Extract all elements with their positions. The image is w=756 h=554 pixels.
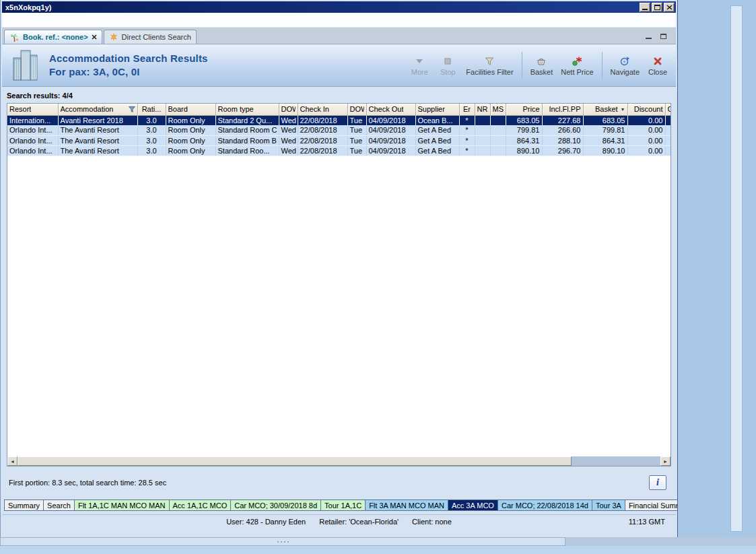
tab-direct-clients-search[interactable]: Direct Clients Search [104,30,197,44]
column-label: DOW [281,105,296,113]
statusbar-time: 11:13 GMT [629,518,665,526]
bottom-tab-acc-1a-1c-mco[interactable]: Acc 1A,1C MCO [169,499,232,511]
bottom-tab-car-mco-22-08-2018-14d[interactable]: Car MCO; 22/08/2018 14d [497,499,592,511]
page-subtitle: For pax: 3A, 0C, 0I [49,65,208,79]
cell: 04/09/2018 [366,135,415,145]
close-button[interactable]: Close [648,55,668,76]
result-row-1[interactable]: Internation...Avanti Resort 20183.0Room … [7,115,671,125]
column-header-dow[interactable]: DOW [279,104,298,115]
cell: 864.31 [506,135,542,145]
cell: The Avanti Resort [58,145,137,155]
column-header-price[interactable]: Price [506,104,542,115]
column-header-check-in[interactable]: Check In [298,104,347,115]
bottom-tab-car-mco-30-09-2018-8d[interactable]: Car MCO; 30/09/2018 8d [230,499,321,511]
cell: The Avanti Resort [58,135,137,145]
window-minimize-button[interactable] [640,3,650,12]
cell: 683.05 [583,115,627,125]
cell [475,135,490,145]
cell: 22/08/2018 [298,115,347,125]
bottom-tab-search[interactable]: Search [43,499,75,511]
scroll-left-button[interactable]: ◄ [7,456,18,466]
facilities-filter-button[interactable]: Facilities Filter [466,55,513,76]
cell: 864.31 [583,135,627,145]
outer-scroll-thumb[interactable] [0,537,565,546]
desktop-bottom-strip [0,546,756,554]
column-header-resort[interactable]: Resort [7,104,58,115]
column-header-board[interactable]: Board [166,104,215,115]
column-label: Basket [595,105,618,113]
column-label: Check In [300,105,329,113]
column-header-incl-fl-pp[interactable]: Incl.Fl.PP [542,104,583,115]
bottom-tab-tour-3a[interactable]: Tour 3A [592,499,625,511]
column-label: NR [477,105,488,113]
table-horizontal-scrollbar[interactable]: ◄ ► [7,456,671,466]
result-row-2[interactable]: Orlando Int...The Avanti Resort3.0Room O… [7,125,671,135]
cell: Room Only [166,145,215,155]
toolbar-label: More [411,68,428,76]
column-header-discount[interactable]: Discount [627,104,665,115]
bottom-tab-tour-1a-1c[interactable]: Tour 1A,1C [320,499,366,511]
scroll-track[interactable] [572,456,660,466]
nett-price-button[interactable]: Nett Price [561,55,593,76]
column-header-ms[interactable]: MS [490,104,506,115]
column-label: DOW [350,105,364,113]
column-header-nr[interactable]: NR [475,104,490,115]
stop-icon [442,55,453,67]
scroll-right-button[interactable]: ► [660,456,671,466]
scroll-thumb[interactable] [18,456,572,466]
cell: 890.10 [583,145,627,155]
cell [475,115,490,125]
column-filter-icon[interactable] [129,106,135,112]
column-header-check-out[interactable]: Check Out [366,104,415,115]
tab-label: Book. ref.: <none> [23,33,88,41]
minimize-icon [642,9,648,10]
results-count: Search results: 4/4 [7,92,73,100]
bottom-tab-flt-3a-man-mco-man[interactable]: Flt 3A MAN MCO MAN [365,499,448,511]
window-maximize-button[interactable] [652,3,662,12]
cell: 227.68 [542,115,583,125]
app-window: x5nXokpq1y) Book. [0,0,678,537]
desktop-right-area [678,0,756,537]
maximize-icon [654,5,660,10]
pane-minimize-button[interactable] [644,32,653,40]
nett-price-icon [572,55,582,67]
bottom-tab-flt-1a-1c-man-mco-man[interactable]: Flt 1A,1C MAN MCO MAN [74,499,170,511]
column-header-c[interactable]: C [665,104,671,115]
outer-vertical-scrollbar[interactable] [730,5,743,532]
column-header-dow[interactable]: DOW [347,104,366,115]
bottom-tab-summary[interactable]: Summary [4,499,44,511]
window-close-button[interactable] [664,3,675,12]
pane-restore-button[interactable] [658,32,668,40]
tab-booking-ref[interactable]: Book. ref.: <none> [4,30,102,44]
navigate-button[interactable]: Navigate [611,55,640,76]
toolbar-label: Stop [440,68,456,76]
tab-close-icon[interactable] [92,34,97,40]
bottom-tab-financial-summary[interactable]: Financial Summary [625,499,678,511]
column-header-room-type[interactable]: Room type [215,104,279,115]
cell [665,125,671,135]
cell [665,135,671,145]
column-header-rati[interactable]: Rati... [137,104,166,115]
basket-button[interactable]: Basket [530,55,553,76]
column-header-er[interactable]: Er [459,104,475,115]
cell: Get A Bed [415,145,459,155]
info-button[interactable]: i [649,475,666,490]
column-label: Er [463,105,471,113]
cell: Wed [279,115,298,125]
bottom-tab-acc-3a-mco[interactable]: Acc 3A MCO [448,499,498,511]
window-titlebar[interactable]: x5nXokpq1y) [2,1,676,13]
outer-horizontal-scrollbar[interactable] [0,537,756,546]
result-row-3[interactable]: Orlando Int...The Avanti Resort3.0Room O… [7,135,671,145]
cell: Orlando Int... [7,145,58,155]
cell: Standard Room B [215,135,279,145]
result-row-4[interactable]: Orlando Int...The Avanti Resort3.0Room O… [7,145,671,155]
cell: 3.0 [137,115,166,125]
cell: 04/09/2018 [366,115,415,125]
toolbar-separator [522,52,522,79]
column-header-accommodation[interactable]: Accommodation [58,104,137,115]
results-table: ResortAccommodationRati...BoardRoom type… [7,104,671,156]
column-header-supplier[interactable]: Supplier [415,104,459,115]
screen: x5nXokpq1y) Book. [0,0,756,554]
column-header-basket[interactable]: Basket▼ [583,104,627,115]
column-label: Rati... [142,105,162,113]
